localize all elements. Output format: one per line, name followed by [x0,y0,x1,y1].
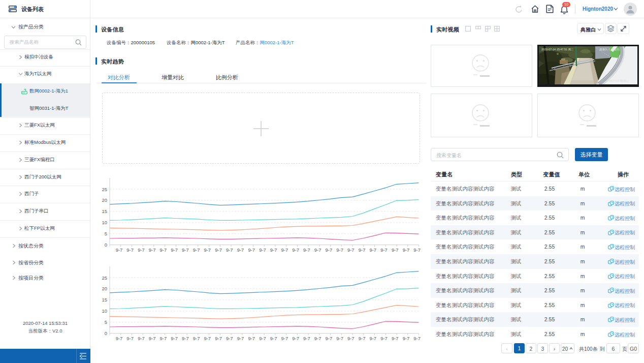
svg-text:9-7: 9-7 [270,247,277,253]
svg-text:9-7: 9-7 [160,335,167,341]
svg-text:9-7: 9-7 [193,247,200,253]
svg-text:9-7: 9-7 [204,247,211,253]
svg-text:9-7: 9-7 [160,247,167,253]
svg-text:9-7: 9-7 [215,247,222,253]
svg-text:9-7: 9-7 [126,335,134,341]
svg-text:9-7: 9-7 [359,335,366,341]
svg-text:25: 25 [102,275,107,280]
svg-text:9-7: 9-7 [259,335,266,341]
svg-text:9-7: 9-7 [182,247,189,253]
svg-text:9-7: 9-7 [292,247,299,253]
svg-text:9-7: 9-7 [314,247,321,253]
svg-text:摄像头-1 通道01: 摄像头-1 通道01 [599,47,620,51]
svg-text:9-7: 9-7 [303,247,310,253]
svg-text:9-7: 9-7 [336,335,343,341]
svg-text:9-7: 9-7 [369,335,376,341]
svg-text:9-7: 9-7 [336,247,343,253]
svg-text:9-7: 9-7 [138,335,145,341]
svg-text:0: 0 [105,330,107,336]
svg-text:9-7: 9-7 [204,335,211,341]
svg-text:25: 25 [102,187,107,192]
svg-text:9-7: 9-7 [392,335,399,341]
svg-text:9-7: 9-7 [326,335,333,341]
svg-text:5: 5 [105,319,107,325]
svg-text:9-7: 9-7 [149,335,156,341]
svg-text:10: 10 [102,308,107,314]
svg-text:9-7: 9-7 [413,247,421,253]
svg-text:9-7: 9-7 [413,335,421,341]
svg-text:9-7: 9-7 [380,247,388,253]
svg-text:9-7: 9-7 [392,247,399,253]
svg-text:9-7: 9-7 [281,247,288,253]
svg-text:HBJT/1F/楼梯口: HBJT/1F/楼梯口 [608,79,629,83]
svg-text:9-7: 9-7 [138,247,145,253]
svg-text:9-7: 9-7 [149,247,156,253]
svg-text:9-7: 9-7 [237,335,244,341]
svg-text:9-7: 9-7 [347,335,355,341]
svg-text:9-7: 9-7 [226,247,233,253]
svg-text:9-7: 9-7 [292,335,299,341]
svg-text:20: 20 [102,197,107,203]
svg-text:9-7: 9-7 [193,335,200,341]
svg-text:9-7: 9-7 [303,335,310,341]
svg-text:9-7: 9-7 [182,335,189,341]
svg-text:15: 15 [102,297,107,302]
svg-text:0: 0 [105,242,107,248]
svg-text:9-7: 9-7 [314,335,321,341]
svg-text:15: 15 [102,208,107,214]
svg-text:9-7: 9-7 [237,247,244,253]
svg-text:9-7: 9-7 [116,335,123,341]
svg-text:9-7: 9-7 [126,247,134,253]
svg-text:9-7: 9-7 [248,247,255,253]
svg-text:20: 20 [102,286,107,291]
svg-text:9-7: 9-7 [380,335,388,341]
svg-text:9-7: 9-7 [248,335,255,341]
svg-text:9-7: 9-7 [369,247,376,253]
svg-text:9-7: 9-7 [171,335,178,341]
svg-text:9-7: 9-7 [215,335,222,341]
svg-text:9-7: 9-7 [347,247,355,253]
svg-text:5: 5 [105,231,107,236]
svg-text:9-7: 9-7 [171,247,178,253]
svg-text:9-7: 9-7 [259,247,266,253]
svg-text:9-7: 9-7 [403,247,410,253]
svg-text:9-7: 9-7 [403,335,410,341]
svg-text:2020-07-14 15:47:51 周二: 2020-07-14 15:47:51 周二 [541,48,574,51]
svg-text:9-7: 9-7 [326,247,333,253]
svg-text:9-7: 9-7 [270,335,277,341]
svg-text:9-7: 9-7 [359,247,366,253]
svg-text:9-7: 9-7 [116,247,123,253]
svg-text:9-7: 9-7 [226,335,233,341]
svg-text:9-7: 9-7 [281,335,288,341]
svg-text:10: 10 [102,220,107,225]
